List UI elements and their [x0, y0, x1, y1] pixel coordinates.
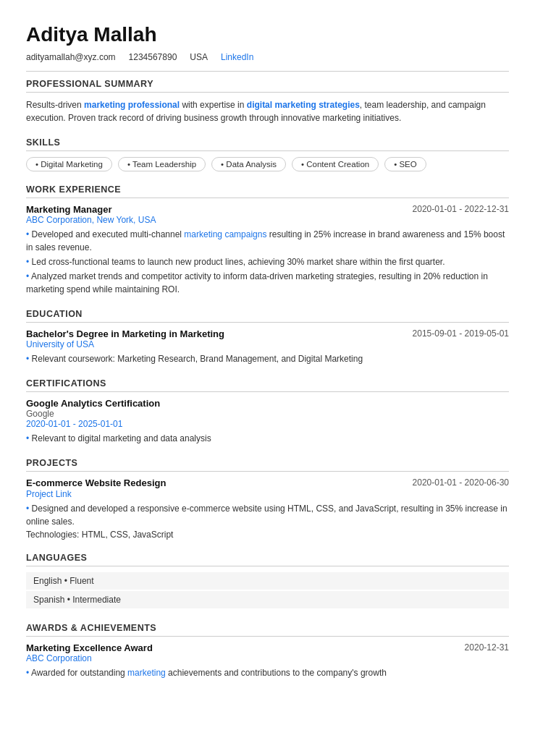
- project-technologies: Technologies: HTML, CSS, JavaScript: [26, 530, 509, 540]
- awards-title: AWARDS & ACHIEVEMENTS: [26, 623, 509, 637]
- cert-issuer: Google: [26, 409, 509, 419]
- skill-tag: • Team Leadership: [118, 157, 206, 171]
- award-item: Marketing Excellence Award 2020-12-31 AB…: [26, 642, 509, 679]
- skill-tag: • SEO: [384, 157, 426, 171]
- certifications-title: CERTIFICATIONS: [26, 378, 509, 392]
- summary-title: PROFESSIONAL SUMMARY: [26, 79, 509, 93]
- certifications-section: CERTIFICATIONS Google Analytics Certific…: [26, 378, 509, 445]
- languages-section: LANGUAGES English • Fluent Spanish • Int…: [26, 553, 509, 610]
- skills-section: SKILLS • Digital Marketing • Team Leader…: [26, 137, 509, 171]
- education-title: EDUCATION: [26, 309, 509, 323]
- award-bullets: Awarded for outstanding marketing achiev…: [26, 666, 509, 679]
- language-row: English • Fluent: [26, 572, 509, 590]
- email: adityamallah@xyz.com: [26, 52, 116, 62]
- phone: 1234567890: [129, 52, 177, 62]
- location: USA: [190, 52, 208, 62]
- cert-date: 2020-01-01 - 2025-01-01: [26, 419, 509, 429]
- bullet-item: Awarded for outstanding marketing achiev…: [26, 666, 509, 679]
- summary-text: Results-driven marketing professional wi…: [26, 98, 509, 124]
- education-date: 2015-09-01 - 2019-05-01: [413, 328, 509, 339]
- education-bullets: Relevant coursework: Marketing Research,…: [26, 352, 509, 365]
- skill-tag: • Content Creation: [292, 157, 379, 171]
- summary-section: PROFESSIONAL SUMMARY Results-driven mark…: [26, 79, 509, 124]
- bullet-item: Relevant coursework: Marketing Research,…: [26, 352, 509, 365]
- linkedin-link[interactable]: LinkedIn: [221, 52, 253, 62]
- job-title: Marketing Manager: [26, 204, 111, 215]
- education-item: Bachelor's Degree in Marketing in Market…: [26, 328, 509, 365]
- cert-bullets: Relevant to digital marketing and data a…: [26, 432, 509, 445]
- award-header: Marketing Excellence Award 2020-12-31: [26, 642, 509, 653]
- project-item: E-commerce Website Redesign 2020-01-01 -…: [26, 477, 509, 540]
- cert-item: Google Analytics Certification Google 20…: [26, 398, 509, 445]
- job-bullets: Developed and executed multi-channel mar…: [26, 228, 509, 296]
- awards-section: AWARDS & ACHIEVEMENTS Marketing Excellen…: [26, 623, 509, 679]
- resume-name: Aditya Mallah: [26, 23, 509, 46]
- project-name: E-commerce Website Redesign: [26, 477, 166, 488]
- job-date: 2020-01-01 - 2022-12-31: [413, 204, 509, 214]
- award-name: Marketing Excellence Award: [26, 642, 153, 653]
- experience-item: Marketing Manager 2020-01-01 - 2022-12-3…: [26, 204, 509, 296]
- skills-title: SKILLS: [26, 137, 509, 151]
- skill-tag: • Digital Marketing: [26, 157, 112, 171]
- projects-section: PROJECTS E-commerce Website Redesign 202…: [26, 458, 509, 540]
- languages-table: English • Fluent Spanish • Intermediate: [26, 572, 509, 610]
- language-entry: English • Fluent: [26, 572, 509, 590]
- education-section: EDUCATION Bachelor's Degree in Marketing…: [26, 309, 509, 365]
- contact-row: adityamallah@xyz.com 1234567890 USA Link…: [26, 52, 509, 62]
- bullet-item: Developed and executed multi-channel mar…: [26, 228, 509, 254]
- cert-name: Google Analytics Certification: [26, 398, 509, 409]
- job-company: ABC Corporation, New York, USA: [26, 215, 509, 225]
- bullet-item: Designed and developed a responsive e-co…: [26, 502, 509, 528]
- header-divider: [26, 71, 509, 72]
- project-link[interactable]: Project Link: [26, 488, 509, 499]
- languages-title: LANGUAGES: [26, 553, 509, 566]
- project-link-anchor[interactable]: Project Link: [26, 489, 72, 499]
- work-experience-section: WORK EXPERIENCE Marketing Manager 2020-0…: [26, 184, 509, 296]
- experience-header: Marketing Manager 2020-01-01 - 2022-12-3…: [26, 204, 509, 215]
- award-date: 2020-12-31: [465, 642, 509, 653]
- projects-title: PROJECTS: [26, 458, 509, 472]
- institution: University of USA: [26, 339, 509, 349]
- skills-row: • Digital Marketing • Team Leadership • …: [26, 157, 509, 171]
- project-header: E-commerce Website Redesign 2020-01-01 -…: [26, 477, 509, 488]
- work-experience-title: WORK EXPERIENCE: [26, 184, 509, 198]
- award-org: ABC Corporation: [26, 653, 509, 663]
- education-header: Bachelor's Degree in Marketing in Market…: [26, 328, 509, 339]
- project-date: 2020-01-01 - 2020-06-30: [413, 477, 509, 488]
- language-row: Spanish • Intermediate: [26, 590, 509, 609]
- bullet-item: Relevant to digital marketing and data a…: [26, 432, 509, 445]
- bullet-item: Analyzed market trends and competitor ac…: [26, 270, 509, 296]
- bullet-item: Led cross-functional teams to launch new…: [26, 255, 509, 268]
- language-entry: Spanish • Intermediate: [26, 590, 509, 609]
- skill-tag: • Data Analysis: [211, 157, 286, 171]
- project-bullets: Designed and developed a responsive e-co…: [26, 502, 509, 528]
- degree-title: Bachelor's Degree in Marketing in Market…: [26, 328, 224, 339]
